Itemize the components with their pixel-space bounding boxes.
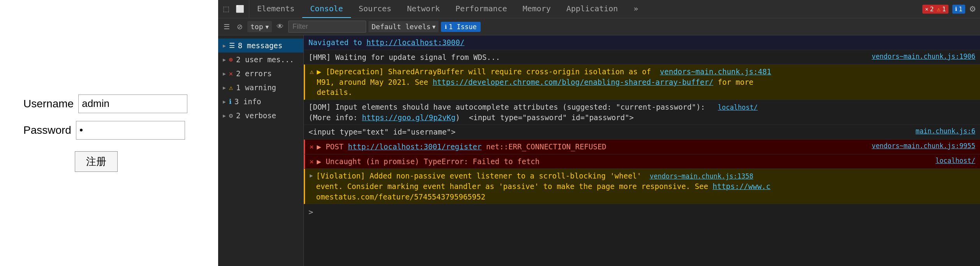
devtools-icon-buttons: ⬚ ⬜	[218, 0, 249, 18]
settings-icon[interactable]: ⚙	[969, 4, 976, 14]
chevron-icon: ▶	[223, 99, 226, 105]
verbose-icon: ⚙	[229, 112, 233, 119]
msg-source-link[interactable]: vendors~main.chunk.js:1906	[868, 52, 975, 61]
msg-dom-autocomplete: [DOM] Input elements should have autocom…	[304, 100, 980, 125]
sidebar-toggle-icon[interactable]: ☰	[221, 21, 232, 33]
console-sidebar: ▶ ☰ 8 messages ▶ ⊗ 2 user mes... ▶ ✕ 2 e…	[218, 35, 304, 266]
error-icon: ✕	[310, 142, 314, 152]
goo-gl-link[interactable]: https://goo.gl/9p2vKg	[362, 113, 455, 122]
msg-input-username: <input type="text" id="username"> main.c…	[304, 125, 980, 140]
context-select[interactable]: top ▼	[247, 21, 272, 32]
username-row: Username	[23, 94, 195, 113]
inspect-icon[interactable]: ⬚	[221, 3, 231, 15]
sidebar-item-all[interactable]: ▶ ☰ 8 messages	[218, 38, 303, 52]
deprecation-source-link[interactable]: vendors~main.chunk.js:481	[660, 67, 771, 76]
msg-deprecation: ⚠ ▶ [Deprecation] SharedArrayBuffer will…	[304, 65, 980, 100]
error-icon: ✕	[229, 70, 233, 77]
error-icon: ✕	[310, 157, 314, 166]
tab-sources[interactable]: Sources	[351, 0, 399, 18]
tab-network[interactable]: Network	[399, 0, 448, 18]
devtools-panel: ⬚ ⬜ Elements Console Sources Network Per…	[218, 0, 980, 266]
password-row: Password	[23, 121, 195, 140]
info-icon: ℹ	[229, 98, 231, 105]
tab-badges: ✕ 2 ⚠ 1 ℹ 1 ⚙	[918, 4, 980, 14]
warning-icon: ⚠	[229, 84, 233, 91]
sidebar-item-verbose[interactable]: ▶ ⚙ 2 verbose	[218, 108, 303, 122]
autocomplete-source[interactable]: localhost/	[714, 103, 758, 111]
msg-violation: ▶ [Violation] Added non-passive event li…	[304, 169, 980, 204]
submit-button[interactable]: 注册	[75, 151, 118, 172]
chevron-icon: ▶	[223, 43, 226, 49]
user-icon: ⊗	[229, 56, 233, 63]
chevron-icon: ▶	[223, 57, 226, 63]
issue-badge[interactable]: ℹ 1 Issue	[441, 22, 481, 32]
sidebar-item-warnings[interactable]: ▶ ⚠ 1 warning	[218, 80, 303, 94]
username-label: Username	[23, 98, 74, 110]
password-label: Password	[23, 124, 71, 136]
device-icon[interactable]: ⬜	[234, 3, 246, 15]
submit-row: 注册	[23, 147, 195, 172]
info-badge[interactable]: ℹ 1	[952, 5, 965, 14]
clear-console-icon[interactable]: ⊘	[234, 21, 245, 33]
filter-input[interactable]	[288, 21, 366, 33]
default-levels-dropdown[interactable]: Default levels ▼	[368, 21, 439, 32]
login-form: Username Password 注册	[0, 0, 218, 266]
tab-memory[interactable]: Memory	[515, 0, 559, 18]
tab-console[interactable]: Console	[302, 0, 351, 18]
error-badge[interactable]: ✕ 2 ⚠ 1	[922, 5, 948, 14]
warning-icon: ⚠	[310, 67, 314, 77]
chrome-blog-link[interactable]: https://developer.chrome.com/blog/enabli…	[433, 78, 714, 86]
violation-link1[interactable]: https://www.c	[713, 182, 771, 191]
tab-more[interactable]: »	[626, 0, 646, 18]
msg-hmr: [HMR] Waiting for update signal from WDS…	[304, 50, 980, 65]
list-icon: ☰	[229, 42, 235, 49]
prompt-symbol: >	[308, 207, 313, 217]
post-error-source[interactable]: vendors~main.chunk.js:9955	[868, 142, 975, 151]
console-messages: Navigated to http://localhost:3000/ [HMR…	[304, 35, 980, 266]
chevron-icon: ▶	[223, 71, 226, 77]
msg-post-error: ✕ ▶ POST http://localhost:3001/register …	[304, 140, 980, 154]
uncaught-error-source[interactable]: localhost/	[932, 156, 975, 166]
tab-application[interactable]: Application	[559, 0, 626, 18]
navigated-link[interactable]: http://localhost:3000/	[367, 38, 465, 47]
sidebar-item-user[interactable]: ▶ ⊗ 2 user mes...	[218, 52, 303, 66]
eye-icon[interactable]: 👁	[274, 21, 286, 32]
devtools-tab-bar: ⬚ ⬜ Elements Console Sources Network Per…	[218, 0, 980, 18]
username-input[interactable]	[78, 94, 187, 113]
msg-uncaught-error: ✕ ▶ Uncaught (in promise) TypeError: Fai…	[304, 154, 980, 169]
chevron-icon: ▶	[223, 85, 226, 91]
console-toolbar: ☰ ⊘ top ▼ 👁 Default levels ▼ ℹ 1 Issue	[218, 18, 980, 35]
tab-elements[interactable]: Elements	[249, 0, 302, 18]
post-url-link[interactable]: http://localhost:3001/register	[348, 142, 481, 151]
sidebar-item-errors[interactable]: ▶ ✕ 2 errors	[218, 66, 303, 80]
sidebar-item-info[interactable]: ▶ ℹ 3 info	[218, 94, 303, 108]
password-input[interactable]	[76, 121, 185, 140]
msg-navigated: Navigated to http://localhost:3000/	[304, 35, 980, 50]
msg-source-main[interactable]: main.chunk.js:6	[911, 127, 975, 136]
violation-source[interactable]: vendors~main.chunk.js:1358	[646, 172, 753, 180]
tab-performance[interactable]: Performance	[448, 0, 515, 18]
console-body: ▶ ☰ 8 messages ▶ ⊗ 2 user mes... ▶ ✕ 2 e…	[218, 35, 980, 266]
expand-icon[interactable]: ▶	[310, 172, 313, 180]
console-prompt[interactable]: >	[304, 204, 980, 220]
chevron-icon: ▶	[223, 113, 226, 119]
